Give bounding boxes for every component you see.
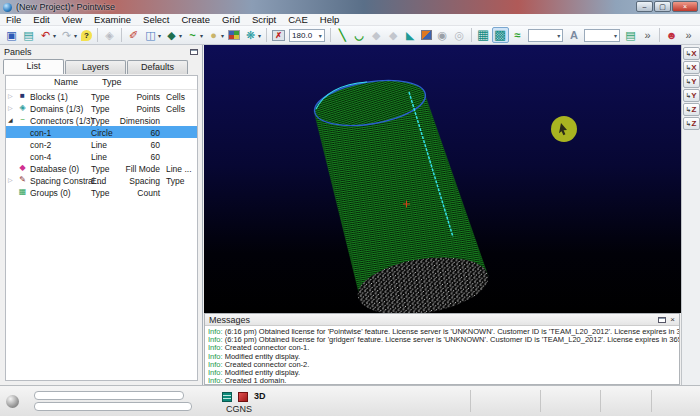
export-button[interactable]: ▤ xyxy=(20,27,37,43)
chevron-down-icon[interactable]: ▾ xyxy=(158,32,161,39)
list-column-headers[interactable]: Name Type xyxy=(6,76,197,90)
chevron-down-icon[interactable]: ▾ xyxy=(74,32,77,39)
connector-entity-button[interactable]: ~▾ xyxy=(184,27,205,43)
grid-mode-icon[interactable] xyxy=(222,392,232,402)
unstructured-grid-button[interactable]: ▩ xyxy=(492,27,509,43)
chevron-down-icon[interactable]: ▾ xyxy=(53,32,56,39)
chevron-down-icon[interactable]: ▾ xyxy=(319,32,322,39)
layers-button[interactable]: ▤ xyxy=(622,27,639,43)
database-icon: ◆ xyxy=(17,163,28,172)
overflow-button[interactable]: » xyxy=(639,27,656,43)
view-plus-x-button[interactable]: ↳X xyxy=(683,47,700,60)
panel-tabs: List Layers Defaults xyxy=(0,58,202,74)
domain-entity-button[interactable]: ◆▾ xyxy=(163,27,184,43)
view-plus-z-button[interactable]: ↳Z xyxy=(683,103,700,116)
expand-toggle-icon[interactable]: ◢ xyxy=(8,116,16,123)
undo-button[interactable]: ↶▾ xyxy=(37,27,58,43)
view-cube-button[interactable]: ◫▾ xyxy=(142,27,163,43)
menu-script[interactable]: Script xyxy=(246,14,282,26)
tree-row-con-1[interactable]: con-1Circle60 xyxy=(6,126,197,138)
solid-model-button[interactable] xyxy=(419,27,434,43)
save-button[interactable]: ▣ xyxy=(3,27,20,43)
axis-letter: X xyxy=(691,64,696,72)
tree-row-con-4[interactable]: con-4Line60 xyxy=(6,150,197,162)
view-minus-x-button[interactable]: ↳X xyxy=(683,61,700,74)
column-header-type[interactable]: Type xyxy=(102,77,122,87)
column-header-name[interactable]: Name xyxy=(54,77,78,87)
statusbar-separator xyxy=(651,390,652,412)
solver-cube-icon[interactable] xyxy=(238,392,248,402)
probe-button[interactable]: ❋▾ xyxy=(242,27,263,43)
undock-icon[interactable] xyxy=(190,49,198,55)
save-icon: ▣ xyxy=(5,28,18,42)
undock-icon[interactable] xyxy=(658,317,666,323)
tree-row-label: Connectors (1/3) xyxy=(30,116,93,126)
status-bar: 3D CGNS xyxy=(0,385,700,416)
examine-button[interactable]: ✗ xyxy=(270,27,287,43)
help-icon: ? xyxy=(81,30,92,41)
menu-create[interactable]: Create xyxy=(175,14,216,26)
chevron-down-icon[interactable]: ▾ xyxy=(614,32,617,39)
view-minus-y-button[interactable]: ↳Y xyxy=(683,89,700,102)
menu-view[interactable]: View xyxy=(56,14,88,26)
menu-edit[interactable]: Edit xyxy=(27,14,55,26)
display-area[interactable] xyxy=(204,45,681,313)
chevron-down-icon[interactable]: ▾ xyxy=(179,32,182,39)
tab-defaults[interactable]: Defaults xyxy=(127,60,188,74)
menu-select[interactable]: Select xyxy=(137,14,175,26)
minimize-button[interactable]: – xyxy=(636,1,653,12)
cae-solver-label[interactable]: CGNS xyxy=(226,404,252,414)
rotation-angle-combo[interactable]: 180.0▾ xyxy=(289,29,325,42)
expand-toggle-icon[interactable]: ▷ xyxy=(8,92,16,99)
tab-list[interactable]: List xyxy=(3,59,64,74)
3d-viewport-canvas[interactable] xyxy=(204,45,681,313)
curve-tool-button[interactable]: ◡ xyxy=(351,27,368,43)
tree-row-groups[interactable]: ▦Groups (0)TypeCount xyxy=(6,186,197,198)
chevron-down-icon[interactable]: ▾ xyxy=(200,32,203,39)
connector-dimension-button[interactable]: ≈ xyxy=(509,27,526,43)
view-plus-y-button[interactable]: ↳Y xyxy=(683,75,700,88)
close-icon[interactable]: × xyxy=(670,316,675,324)
menu-cae[interactable]: CAE xyxy=(282,14,314,26)
database-entity-button[interactable]: ●▾ xyxy=(205,27,226,43)
chevron-down-icon[interactable]: ▾ xyxy=(221,32,224,39)
message-severity: Info: xyxy=(208,376,225,385)
expand-toggle-icon[interactable]: ▷ xyxy=(8,104,16,111)
tree-row-database[interactable]: ◆Database (0)TypeFill ModeLine ... xyxy=(6,162,197,174)
menu-file[interactable]: File xyxy=(0,14,27,26)
tree-row-spacing-constraints[interactable]: ▷✎Spacing Constrai...EndSpacingType xyxy=(6,174,197,186)
revolve-tool-button[interactable]: ◣ xyxy=(402,27,419,43)
tree-row-domains[interactable]: ▷◈Domains (1/3)TypePointsCells xyxy=(6,102,197,114)
tree-row-con-2[interactable]: con-2Line60 xyxy=(6,138,197,150)
mask-button[interactable]: ☻ xyxy=(663,27,680,43)
menu-examine[interactable]: Examine xyxy=(88,14,137,26)
spacing-combo[interactable]: ▾ xyxy=(584,29,620,42)
overflow-2-button[interactable]: » xyxy=(680,27,697,43)
tree-row-connectors[interactable]: ◢~Connectors (1/3)TypeDimension xyxy=(6,114,197,126)
close-button[interactable]: × xyxy=(672,1,698,12)
two-point-line-button[interactable]: ╲ xyxy=(334,27,351,43)
probe-icon: ❋ xyxy=(244,28,257,42)
menu-grid[interactable]: Grid xyxy=(216,14,246,26)
menu-help[interactable]: Help xyxy=(314,14,346,26)
dimension-combo[interactable]: ▾ xyxy=(528,29,564,42)
expand-toggle-icon[interactable]: ▷ xyxy=(8,176,16,183)
tab-layers[interactable]: Layers xyxy=(65,60,126,74)
structured-grid-button[interactable]: ▦ xyxy=(475,27,492,43)
tree-row-type: Line xyxy=(91,140,107,150)
mask-face-icon: ☻ xyxy=(665,28,678,42)
dimension-mode-label[interactable]: 3D xyxy=(254,391,266,401)
spacing-label-button[interactable]: A xyxy=(565,27,582,43)
chevron-down-icon[interactable]: ▾ xyxy=(557,32,560,39)
view-minus-z-button[interactable]: ↳Z xyxy=(683,117,700,130)
assemble-block-button: ◆ xyxy=(385,27,402,43)
maximize-button[interactable]: ▢ xyxy=(654,1,671,12)
title-bar[interactable]: (New Project)* Pointwise – ▢ × xyxy=(0,0,700,14)
display-style-button[interactable]: ✐ xyxy=(125,27,142,43)
tree-row-col3: 60 xyxy=(108,128,160,138)
help-button[interactable]: ? xyxy=(79,27,94,43)
statusbar-separator xyxy=(470,390,471,412)
image-button[interactable] xyxy=(226,27,242,43)
chevron-down-icon[interactable]: ▾ xyxy=(258,32,261,39)
tree-row-blocks[interactable]: ▷■Blocks (1)TypePointsCells xyxy=(6,90,197,102)
